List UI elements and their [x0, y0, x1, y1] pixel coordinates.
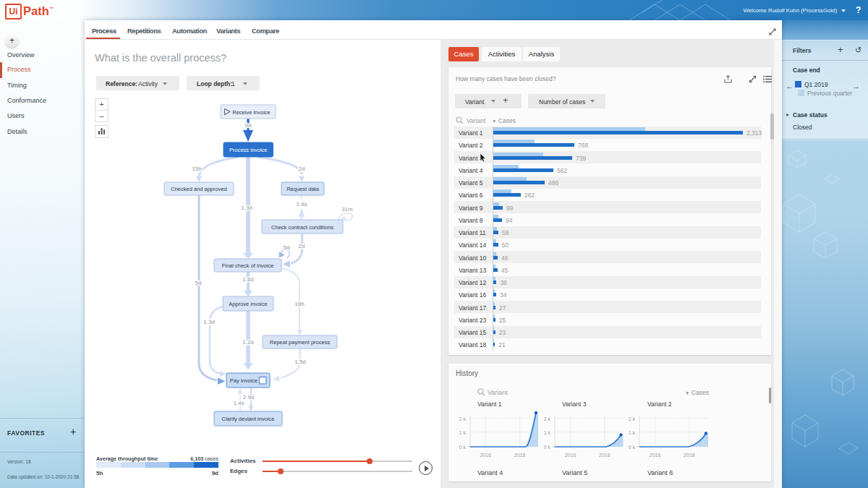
- svg-text:1 k: 1 k: [459, 430, 467, 435]
- svg-text:Receive invoice: Receive invoice: [232, 109, 271, 116]
- svg-text:1.4s: 1.4s: [233, 400, 244, 406]
- svg-text:1.4s: 1.4s: [296, 201, 307, 207]
- svg-text:1.3d: 1.3d: [241, 205, 252, 211]
- svg-text:0 k: 0 k: [629, 445, 636, 450]
- svg-text:2 k: 2 k: [459, 416, 467, 421]
- svg-text:9d: 9d: [245, 122, 252, 129]
- svg-text:0 k: 0 k: [459, 445, 467, 450]
- svg-text:2.9d: 2.9d: [243, 394, 255, 401]
- svg-text:1.6d: 1.6d: [242, 276, 254, 283]
- svg-text:1.5d: 1.5d: [294, 359, 306, 365]
- svg-text:Approve invoice: Approve invoice: [229, 301, 267, 307]
- svg-text:Pay invoice: Pay invoice: [230, 377, 258, 384]
- svg-text:2016: 2016: [565, 453, 576, 458]
- svg-text:2 k: 2 k: [629, 416, 636, 421]
- svg-text:Process invoice: Process invoice: [229, 147, 268, 153]
- svg-text:Request data: Request data: [286, 186, 319, 192]
- svg-text:31m: 31m: [341, 206, 353, 213]
- svg-text:1 k: 1 k: [629, 430, 636, 435]
- svg-text:Repeat payment process: Repeat payment process: [270, 339, 331, 346]
- svg-text:Check contract conditions: Check contract conditions: [271, 224, 333, 231]
- svg-text:1.2d: 1.2d: [242, 339, 254, 346]
- svg-text:0 k: 0 k: [544, 445, 551, 450]
- svg-text:2016: 2016: [650, 453, 661, 458]
- svg-text:1 k: 1 k: [544, 430, 551, 435]
- svg-text:1.3d: 1.3d: [203, 319, 215, 325]
- svg-text:5d: 5d: [284, 244, 290, 251]
- svg-text:18h: 18h: [294, 301, 304, 307]
- svg-text:2016: 2016: [480, 453, 491, 458]
- svg-text:Variant 2: Variant 2: [647, 401, 672, 408]
- svg-text:Clarify deviant invoice: Clarify deviant invoice: [222, 416, 275, 422]
- svg-text:2018: 2018: [684, 453, 695, 458]
- svg-text:Checked and approved: Checked and approved: [171, 186, 227, 192]
- svg-text:2d: 2d: [299, 243, 305, 249]
- svg-text:2018: 2018: [599, 453, 610, 458]
- svg-text:2d: 2d: [299, 166, 305, 172]
- svg-text:Final check of invoice: Final check of invoice: [222, 262, 274, 269]
- svg-text:Variant 1: Variant 1: [477, 401, 502, 408]
- svg-text:2 k: 2 k: [544, 416, 551, 421]
- svg-text:5d: 5d: [195, 280, 202, 286]
- svg-text:Variant 3: Variant 3: [562, 401, 587, 408]
- svg-text:15h: 15h: [192, 166, 201, 172]
- svg-text:2018: 2018: [514, 453, 526, 458]
